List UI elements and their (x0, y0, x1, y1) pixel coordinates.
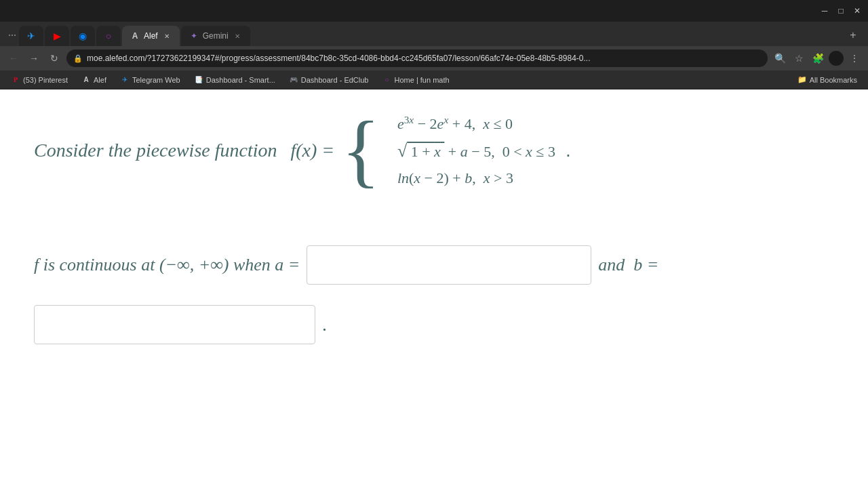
extensions-button[interactable]: 🧩 (810, 50, 826, 66)
answer-prompt-text: f is continuous at (−∞, +∞) when a = (34, 255, 300, 275)
problem-period: . (566, 140, 571, 161)
case-3-expression: ln(x − 2) + b, x > 3 (397, 169, 513, 187)
bookmark-pinterest[interactable]: 𝐏 (53) Pinterest (5, 74, 73, 86)
f-x-equals: f(x) = (291, 140, 335, 161)
address-bar-row: ← → ↻ 🔒 moe.alefed.com/?17273622199347#/… (0, 46, 868, 70)
all-bookmarks-icon: 📁 (797, 75, 807, 84)
bookmark-fun-math[interactable]: ○ Home | fun math (376, 74, 454, 86)
menu-button[interactable]: ⋮ (846, 50, 863, 66)
all-bookmarks-button[interactable]: 📁 All Bookmarks (792, 74, 863, 85)
back-button[interactable]: ← (5, 50, 22, 66)
bookmark-alef[interactable]: A Alef (76, 74, 112, 86)
fun-math-favicon: ○ (382, 75, 391, 85)
window-controls: ─ □ ✕ (819, 5, 863, 16)
answer-a-input[interactable] (307, 245, 591, 285)
case-2-expression: √ 1 + x + a − 5, 0 < x ≤ 3 (397, 141, 555, 161)
tab-gemini-close[interactable]: ✕ (233, 31, 242, 41)
forward-button[interactable]: → (26, 50, 42, 66)
piecewise-container: f(x) = { e3x − 2ex + 4, x ≤ 0 √ 1 + x + … (291, 110, 571, 191)
dashboard-smart-favicon: 📑 (194, 75, 203, 85)
case-1: e3x − 2ex + 4, x ≤ 0 (397, 114, 555, 133)
bookmark-dashboard-edclub-label: Dashboard - EdClub (301, 76, 369, 84)
bookmarks-bar: 𝐏 (53) Pinterest A Alef ✈ Telegram Web 📑… (0, 70, 868, 89)
alef-favicon: A (130, 31, 140, 41)
tab-alef[interactable]: A Alef ✕ (122, 26, 180, 46)
answer-row-1: f is continuous at (−∞, +∞) when a = and… (34, 245, 834, 285)
close-button[interactable]: ✕ (852, 5, 863, 16)
profile-button[interactable] (829, 51, 844, 66)
meta-favicon: ◉ (78, 31, 87, 41)
youtube-favicon: ▶ (52, 31, 62, 41)
dashboard-edclub-favicon: 🎮 (289, 75, 298, 85)
bookmark-dashboard-smart[interactable]: 📑 Dashboard - Smart... (189, 74, 281, 86)
maximize-button[interactable]: □ (835, 5, 846, 16)
answer-period: . (322, 314, 327, 336)
tab-meta[interactable]: ◉ (71, 26, 95, 46)
tab-alef-close[interactable]: ✕ (162, 31, 172, 41)
minimize-button[interactable]: ─ (819, 5, 830, 16)
address-bar-actions: 🔍 ☆ 🧩 ⋮ (772, 50, 863, 66)
answer-b-input[interactable] (34, 305, 315, 344)
case-1-expression: e3x − 2ex + 4, x ≤ 0 (397, 114, 513, 133)
telegram-favicon: ✈ (26, 31, 36, 41)
all-bookmarks-label: All Bookmarks (810, 76, 857, 84)
new-tab-button[interactable]: + (844, 26, 863, 45)
bookmark-alef-label: Alef (94, 76, 106, 84)
star-button[interactable]: ☆ (791, 50, 807, 66)
tab-bar: ⋯ ✈ ▶ ◉ ○ A Alef ✕ ✦ (0, 22, 868, 46)
math-problem-section: Consider the piecewise function f(x) = {… (34, 110, 834, 191)
answer-section: f is continuous at (−∞, +∞) when a = and… (34, 245, 834, 344)
lock-icon: 🔒 (73, 54, 83, 63)
title-bar: ─ □ ✕ (0, 0, 868, 22)
and-b-equals-text: and b = (598, 255, 658, 275)
gemini-favicon: ✦ (189, 31, 199, 41)
tab-telegram[interactable]: ✈ (19, 26, 43, 46)
answer-row-2: . (34, 305, 834, 344)
browser-chrome: ─ □ ✕ ⋯ ✈ ▶ ◉ ○ A Alef (0, 0, 868, 89)
bookmark-dashboard-edclub[interactable]: 🎮 Dashboard - EdClub (283, 74, 374, 86)
search-button[interactable]: 🔍 (772, 50, 788, 66)
tab-alef-title: Alef (144, 31, 158, 41)
bookmark-fun-math-label: Home | fun math (394, 76, 449, 84)
problem-text: Consider the piecewise function (34, 140, 277, 161)
tab-overflow[interactable]: ⋯ (5, 26, 19, 45)
tab-gemini[interactable]: ✦ Gemini ✕ (181, 26, 250, 46)
case-2: √ 1 + x + a − 5, 0 < x ≤ 3 (397, 141, 555, 161)
alef-bm-favicon: A (81, 75, 91, 85)
tab-gemini-title: Gemini (203, 31, 229, 41)
bookmark-telegram-label: Telegram Web (132, 76, 180, 84)
case-3: ln(x − 2) + b, x > 3 (397, 169, 555, 187)
left-brace: { (341, 110, 380, 191)
bookmark-telegram[interactable]: ✈ Telegram Web (115, 74, 186, 86)
bookmark-pinterest-label: (53) Pinterest (23, 76, 68, 84)
bookmark-dashboard-smart-label: Dashboard - Smart... (206, 76, 275, 84)
circle-favicon: ○ (104, 31, 113, 41)
tab-list: ✈ ▶ ◉ ○ A Alef ✕ ✦ Gemini ✕ (19, 26, 844, 46)
tab-circle[interactable]: ○ (96, 26, 121, 46)
address-bar[interactable]: 🔒 moe.alefed.com/?17273622199347#/progre… (66, 49, 768, 67)
url-text: moe.alefed.com/?17273622199347#/progress… (87, 54, 761, 63)
pinterest-favicon: 𝐏 (11, 75, 20, 85)
piecewise-cases: e3x − 2ex + 4, x ≤ 0 √ 1 + x + a − 5, 0 … (397, 114, 555, 187)
tab-youtube[interactable]: ▶ (45, 26, 69, 46)
telegram-bm-favicon: ✈ (120, 75, 130, 85)
refresh-button[interactable]: ↻ (46, 50, 62, 66)
page-content: Consider the piecewise function f(x) = {… (0, 89, 868, 488)
